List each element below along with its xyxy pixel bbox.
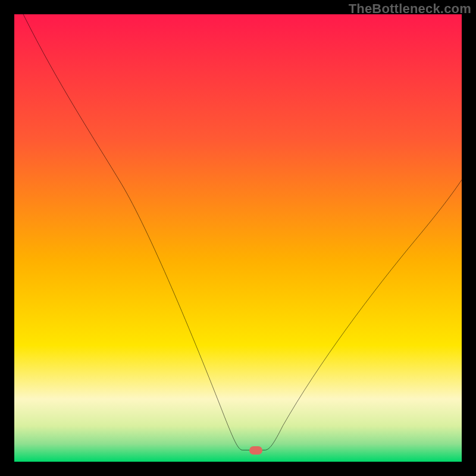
curve-path — [23, 14, 462, 450]
chart-frame: TheBottleneck.com — [0, 0, 476, 476]
bottleneck-curve — [14, 14, 462, 462]
optimal-marker — [249, 446, 262, 455]
plot-area — [14, 14, 462, 462]
attribution-text: TheBottleneck.com — [349, 1, 471, 17]
